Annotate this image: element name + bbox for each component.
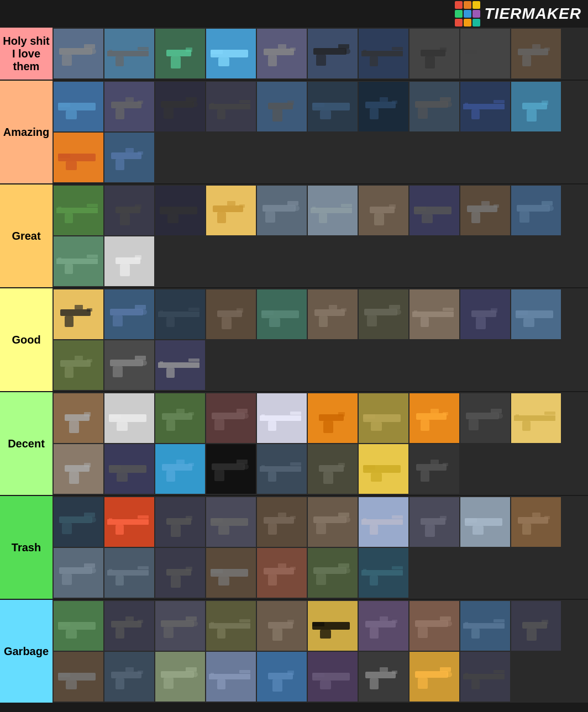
list-item[interactable] [410, 82, 459, 131]
list-item[interactable] [155, 393, 205, 443]
list-item[interactable] [54, 652, 103, 702]
list-item[interactable] [359, 29, 408, 78]
list-item[interactable] [257, 186, 307, 235]
list-item[interactable] [460, 82, 510, 131]
list-item[interactable] [460, 601, 510, 651]
list-item[interactable] [155, 444, 205, 494]
list-item[interactable] [206, 497, 256, 547]
list-item[interactable] [257, 393, 307, 443]
list-item[interactable] [410, 289, 459, 339]
list-item[interactable] [511, 29, 561, 78]
list-item[interactable] [410, 601, 459, 651]
list-item[interactable] [460, 186, 510, 235]
list-item[interactable] [54, 444, 103, 494]
list-item[interactable] [308, 186, 358, 235]
list-item[interactable] [308, 29, 358, 78]
list-item[interactable] [54, 186, 103, 235]
list-item[interactable] [104, 133, 154, 182]
list-item[interactable] [410, 186, 459, 235]
list-item[interactable] [155, 548, 205, 598]
list-item[interactable] [155, 29, 205, 78]
list-item[interactable] [104, 444, 154, 494]
list-item[interactable] [511, 289, 561, 339]
list-item[interactable] [206, 652, 256, 702]
list-item[interactable] [410, 652, 459, 702]
list-item[interactable] [206, 393, 256, 443]
list-item[interactable] [54, 82, 103, 131]
list-item[interactable] [155, 601, 205, 651]
list-item[interactable] [511, 497, 561, 547]
list-item[interactable] [308, 82, 358, 131]
list-item[interactable] [155, 289, 205, 339]
list-item[interactable] [104, 82, 154, 131]
list-item[interactable] [410, 393, 459, 443]
list-item[interactable] [54, 236, 103, 286]
list-item[interactable] [54, 601, 103, 651]
list-item[interactable] [308, 497, 358, 547]
list-item[interactable] [460, 289, 510, 339]
list-item[interactable] [54, 289, 103, 339]
list-item[interactable] [206, 82, 256, 131]
list-item[interactable] [206, 186, 256, 235]
list-item[interactable] [54, 133, 103, 182]
list-item[interactable] [104, 548, 154, 598]
list-item[interactable] [155, 340, 205, 390]
list-item[interactable] [54, 548, 103, 598]
list-item[interactable] [410, 497, 459, 547]
list-item[interactable] [410, 29, 459, 78]
list-item[interactable] [54, 29, 103, 78]
list-item[interactable] [308, 652, 358, 702]
list-item[interactable] [359, 289, 408, 339]
list-item[interactable] [155, 186, 205, 235]
list-item[interactable] [104, 186, 154, 235]
list-item[interactable] [308, 548, 358, 598]
list-item[interactable] [206, 444, 256, 494]
list-item[interactable] [308, 444, 358, 494]
list-item[interactable] [460, 497, 510, 547]
list-item[interactable] [359, 652, 408, 702]
list-item[interactable] [257, 82, 307, 131]
list-item[interactable] [460, 393, 510, 443]
list-item[interactable] [257, 548, 307, 598]
list-item[interactable] [54, 340, 103, 390]
list-item[interactable] [308, 601, 358, 651]
list-item[interactable] [155, 82, 205, 131]
list-item[interactable] [257, 289, 307, 339]
list-item[interactable] [155, 652, 205, 702]
list-item[interactable] [460, 29, 510, 78]
list-item[interactable] [104, 497, 154, 547]
list-item[interactable] [104, 29, 154, 78]
list-item[interactable] [359, 393, 408, 443]
list-item[interactable] [206, 289, 256, 339]
list-item[interactable] [257, 601, 307, 651]
list-item[interactable] [104, 289, 154, 339]
list-item[interactable] [511, 186, 561, 235]
list-item[interactable] [54, 393, 103, 443]
list-item[interactable] [308, 289, 358, 339]
list-item[interactable] [359, 186, 408, 235]
list-item[interactable] [104, 601, 154, 651]
list-item[interactable] [410, 444, 459, 494]
list-item[interactable] [104, 652, 154, 702]
list-item[interactable] [257, 497, 307, 547]
list-item[interactable] [511, 601, 561, 651]
list-item[interactable] [511, 393, 561, 443]
list-item[interactable] [308, 393, 358, 443]
list-item[interactable] [257, 444, 307, 494]
list-item[interactable] [206, 29, 256, 78]
list-item[interactable] [359, 444, 408, 494]
list-item[interactable] [104, 236, 154, 286]
list-item[interactable] [511, 82, 561, 131]
list-item[interactable] [257, 652, 307, 702]
list-item[interactable] [460, 652, 510, 702]
list-item[interactable] [104, 393, 154, 443]
list-item[interactable] [206, 548, 256, 598]
list-item[interactable] [359, 601, 408, 651]
list-item[interactable] [104, 340, 154, 390]
list-item[interactable] [359, 497, 408, 547]
list-item[interactable] [359, 548, 408, 598]
list-item[interactable] [155, 497, 205, 547]
list-item[interactable] [206, 601, 256, 651]
list-item[interactable] [359, 82, 408, 131]
list-item[interactable] [257, 29, 307, 78]
